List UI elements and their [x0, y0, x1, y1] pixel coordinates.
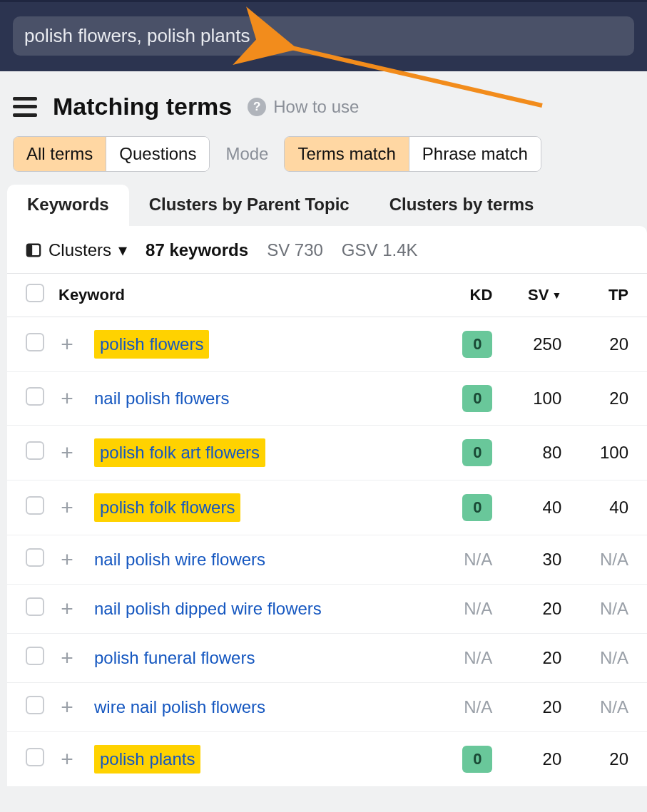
row-checkbox[interactable] — [26, 748, 44, 766]
help-icon: ? — [248, 98, 266, 116]
keyword-link[interactable]: polish folk flowers — [94, 493, 240, 522]
sv-value: 100 — [499, 372, 569, 426]
expand-icon[interactable]: + — [58, 549, 76, 570]
view-tabs: Keywords Clusters by Parent Topic Cluste… — [0, 185, 647, 226]
expand-icon[interactable]: + — [58, 647, 76, 669]
kd-value: N/A — [464, 648, 492, 667]
keyword-link[interactable]: wire nail polish flowers — [94, 697, 265, 716]
kd-badge: 0 — [462, 494, 492, 521]
gsv-total: GSV 1.4K — [342, 240, 418, 260]
tp-value: 40 — [569, 480, 647, 535]
stats-row: Clusters ▾ 87 keywords SV 730 GSV 1.4K — [7, 226, 647, 273]
sv-total: SV 730 — [267, 240, 323, 260]
expand-icon[interactable]: + — [58, 598, 76, 620]
tp-value: N/A — [600, 697, 628, 716]
tp-value: 20 — [569, 372, 647, 426]
expand-icon[interactable]: + — [58, 497, 76, 518]
row-checkbox[interactable] — [26, 333, 44, 351]
keyword-link[interactable]: polish plants — [94, 745, 200, 774]
table-row: +polish folk art flowers080100 — [7, 426, 647, 480]
tp-value: N/A — [600, 599, 628, 618]
sv-value: 30 — [499, 535, 569, 585]
sv-value: 80 — [499, 426, 569, 480]
svg-rect-1 — [27, 245, 32, 257]
expand-icon[interactable]: + — [58, 442, 76, 463]
keyword-link[interactable]: polish folk art flowers — [94, 438, 265, 467]
table-row: +wire nail polish flowersN/A20N/A — [7, 683, 647, 732]
kd-value: N/A — [464, 599, 492, 618]
sort-desc-icon: ▼ — [551, 289, 561, 301]
col-sv[interactable]: SV▼ — [499, 274, 569, 317]
table-row: +nail polish dipped wire flowersN/A20N/A — [7, 585, 647, 634]
kd-badge: 0 — [462, 385, 492, 412]
mode-label: Mode — [225, 144, 268, 164]
tab-terms-match[interactable]: Terms match — [285, 137, 409, 171]
row-checkbox[interactable] — [26, 441, 44, 460]
kd-badge: 0 — [462, 746, 492, 773]
row-checkbox[interactable] — [26, 647, 44, 665]
tp-value: 20 — [569, 732, 647, 787]
clusters-dropdown[interactable]: Clusters ▾ — [26, 240, 127, 260]
expand-icon[interactable]: + — [58, 334, 76, 355]
tp-value: 100 — [569, 426, 647, 480]
col-keyword[interactable]: Keyword — [51, 274, 436, 317]
keyword-link[interactable]: nail polish flowers — [94, 389, 229, 408]
table-row: +polish flowers025020 — [7, 317, 647, 372]
help-label: How to use — [273, 97, 359, 117]
chevron-down-icon: ▾ — [118, 240, 127, 260]
tp-value: N/A — [600, 550, 628, 569]
expand-icon[interactable]: + — [58, 697, 76, 718]
sv-value: 20 — [499, 585, 569, 634]
search-input[interactable] — [13, 16, 634, 56]
how-to-use-link[interactable]: ? How to use — [248, 97, 359, 117]
col-kd[interactable]: KD — [436, 274, 499, 317]
table-row: +nail polish wire flowersN/A30N/A — [7, 535, 647, 585]
clusters-label: Clusters — [49, 240, 111, 260]
kd-badge: 0 — [462, 439, 492, 466]
keyword-link[interactable]: polish flowers — [94, 330, 209, 359]
page-header: Matching terms ? How to use — [0, 71, 647, 136]
tab-all-terms[interactable]: All terms — [14, 137, 106, 171]
tp-value: N/A — [600, 648, 628, 667]
keyword-link[interactable]: polish funeral flowers — [94, 648, 255, 667]
keyword-link[interactable]: nail polish wire flowers — [94, 550, 265, 569]
row-checkbox[interactable] — [26, 496, 44, 515]
keywords-table: Keyword KD SV▼ TP +polish flowers025020+… — [7, 273, 647, 787]
row-checkbox[interactable] — [26, 696, 44, 714]
col-tp[interactable]: TP — [569, 274, 647, 317]
select-all-checkbox[interactable] — [26, 284, 44, 302]
sv-value: 20 — [499, 683, 569, 732]
table-row: +nail polish flowers010020 — [7, 372, 647, 426]
row-checkbox[interactable] — [26, 548, 44, 567]
keyword-link[interactable]: nail polish dipped wire flowers — [94, 599, 322, 618]
tp-value: 20 — [569, 317, 647, 372]
sv-value: 250 — [499, 317, 569, 372]
top-bar — [0, 0, 647, 71]
sv-value: 20 — [499, 634, 569, 683]
sv-value: 40 — [499, 480, 569, 535]
tab-clusters-terms[interactable]: Clusters by terms — [370, 185, 554, 226]
tab-phrase-match[interactable]: Phrase match — [409, 137, 541, 171]
tab-clusters-parent[interactable]: Clusters by Parent Topic — [129, 185, 370, 226]
mode-group: Terms match Phrase match — [284, 136, 541, 172]
page-title: Matching terms — [53, 93, 232, 120]
keyword-count: 87 keywords — [146, 240, 248, 260]
filter-group: All terms Questions — [13, 136, 210, 172]
kd-value: N/A — [464, 697, 492, 716]
sidebar-icon — [26, 242, 41, 258]
tab-questions[interactable]: Questions — [106, 137, 209, 171]
table-row: +polish plants02020 — [7, 732, 647, 787]
kd-value: N/A — [464, 550, 492, 569]
results-panel: Clusters ▾ 87 keywords SV 730 GSV 1.4K K… — [7, 226, 647, 787]
expand-icon[interactable]: + — [58, 749, 76, 770]
expand-icon[interactable]: + — [58, 388, 76, 409]
row-checkbox[interactable] — [26, 387, 44, 406]
col-sv-label: SV — [528, 286, 549, 304]
table-row: +polish folk flowers04040 — [7, 480, 647, 535]
menu-icon[interactable] — [13, 97, 37, 117]
tab-keywords[interactable]: Keywords — [7, 185, 129, 226]
table-row: +polish funeral flowersN/A20N/A — [7, 634, 647, 683]
row-checkbox[interactable] — [26, 597, 44, 616]
kd-badge: 0 — [462, 331, 492, 358]
controls-row: All terms Questions Mode Terms match Phr… — [0, 136, 647, 185]
